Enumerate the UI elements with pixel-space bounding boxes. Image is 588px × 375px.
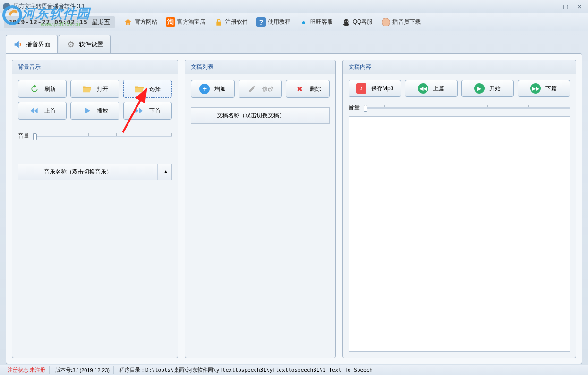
bg-volume-row: 音量 <box>18 132 172 140</box>
next-track-label: 下首 <box>149 107 161 115</box>
select-label: 选择 <box>149 85 161 93</box>
official-site-link[interactable]: 官方网站 <box>123 17 157 27</box>
save-mp3-label: 保存Mp3 <box>371 85 393 93</box>
status-reg-label: 注册状态: <box>8 366 30 374</box>
maximize-button[interactable]: ▢ <box>560 2 571 11</box>
home-icon <box>123 17 133 27</box>
wangwang-icon: ● <box>299 17 308 27</box>
app-icon <box>3 3 10 10</box>
refresh-button[interactable]: 刷新 <box>18 80 67 98</box>
panel-doc-content-title: 文稿内容 <box>343 60 576 74</box>
next-doc-button[interactable]: ▶▶ 下篇 <box>518 80 570 97</box>
prev-icon <box>29 105 40 116</box>
prev-track-label: 上首 <box>44 107 56 115</box>
taobao-link[interactable]: 淘 官方淘宝店 <box>166 17 205 27</box>
doc-list-header: 文稿名称（双击切换文稿） <box>191 107 330 124</box>
content-volume-label: 音量 <box>349 104 360 112</box>
status-path-label: 程序目录： <box>119 366 145 374</box>
folder-select-icon <box>134 84 145 94</box>
open-button[interactable]: 打开 <box>70 80 119 98</box>
svg-point-2 <box>344 20 345 21</box>
taobao-icon: 淘 <box>166 17 175 27</box>
tutorial-link[interactable]: ? 使用教程 <box>256 17 290 27</box>
start-label: 开始 <box>489 85 501 93</box>
qq-icon <box>341 17 351 27</box>
add-label: 增加 <box>214 85 226 93</box>
plus-icon: + <box>199 84 210 94</box>
prev-doc-button[interactable]: ◀◀ 上篇 <box>405 80 457 97</box>
status-reg-value: 未注册 <box>30 366 45 374</box>
tab-body: 背景音乐 刷新 打开 选择 <box>6 53 582 364</box>
svg-point-1 <box>343 23 349 26</box>
play-button[interactable]: 播放 <box>70 102 119 120</box>
taobao-label: 官方淘宝店 <box>177 18 205 26</box>
status-register: 注册状态: 未注册 <box>4 366 50 374</box>
tab-broadcast-label: 播音界面 <box>26 40 51 49</box>
pencil-icon <box>247 84 257 94</box>
delete-icon: ✖ <box>295 84 305 94</box>
play-label: 播放 <box>97 107 108 115</box>
person-icon <box>381 17 391 27</box>
next-doc-label: 下篇 <box>545 85 557 93</box>
music-list-col-name: 音乐名称（双击切换音乐） <box>37 164 158 180</box>
edit-button[interactable]: 修改 <box>239 80 282 98</box>
weekday: 星期五 <box>92 18 110 26</box>
tabs-header: 播音界面 ⚙ 软件设置 <box>6 35 582 53</box>
music-list-col-index <box>18 164 37 180</box>
start-button[interactable]: ▶ 开始 <box>461 80 514 97</box>
delete-button[interactable]: ✖ 删除 <box>286 80 330 98</box>
folder-open-icon <box>82 84 92 94</box>
qq-link[interactable]: QQ客服 <box>341 17 373 27</box>
datetime-value: 2019-12-27 09:02:15 <box>9 18 88 26</box>
prev-track-button[interactable]: 上首 <box>18 102 67 120</box>
status-version-label: 版本号: <box>55 366 72 374</box>
tab-settings[interactable]: ⚙ 软件设置 <box>59 35 111 53</box>
tutorial-label: 使用教程 <box>268 18 290 26</box>
refresh-icon <box>29 84 40 94</box>
panel-bg-music-title: 背景音乐 <box>12 60 178 74</box>
content-textarea[interactable] <box>349 116 570 352</box>
status-path-value: D:\tools\桌面\河东软件园\yftexttospeech31\yftex… <box>145 366 373 374</box>
edit-label: 修改 <box>262 85 273 93</box>
lock-icon <box>214 17 223 27</box>
datetime-box: 2019-12-27 09:02:15 星期五 <box>4 16 115 28</box>
tab-broadcast[interactable]: 播音界面 <box>6 35 58 53</box>
next-icon <box>134 105 145 116</box>
music-list-col-sort[interactable]: ▴ <box>158 164 171 180</box>
delete-label: 删除 <box>310 85 321 93</box>
doc-list-col-index <box>191 108 210 123</box>
fast-forward-icon: ▶▶ <box>530 83 541 94</box>
svg-point-3 <box>347 20 348 21</box>
status-path: 程序目录： D:\tools\桌面\河东软件园\yftexttospeech31… <box>116 366 376 374</box>
close-button[interactable]: ✕ <box>574 2 585 11</box>
status-version-value: 3.1(2019-12-23) <box>72 367 110 373</box>
toolbar: 2019-12-27 09:02:15 星期五 官方网站 淘 官方淘宝店 注册软… <box>0 13 588 31</box>
save-mp3-button[interactable]: ♪ 保存Mp3 <box>349 80 401 97</box>
tab-settings-label: 软件设置 <box>79 40 103 49</box>
wangwang-label: 旺旺客服 <box>310 18 333 26</box>
minimize-button[interactable]: — <box>545 2 557 11</box>
open-label: 打开 <box>97 85 108 93</box>
select-button[interactable]: 选择 <box>123 80 172 98</box>
next-track-button[interactable]: 下首 <box>123 102 172 120</box>
panel-doc-content: 文稿内容 ♪ 保存Mp3 ◀◀ 上篇 ▶ 开始 <box>342 60 576 358</box>
panel-bg-music: 背景音乐 刷新 打开 选择 <box>12 60 178 358</box>
music-note-icon: ♪ <box>356 83 366 94</box>
panel-doc-list-title: 文稿列表 <box>185 60 335 74</box>
qq-label: QQ客服 <box>353 18 373 26</box>
register-link[interactable]: 注册软件 <box>214 17 248 27</box>
announcer-link[interactable]: 播音员下载 <box>381 17 421 27</box>
bg-volume-slider[interactable] <box>33 133 172 140</box>
music-list-header: 音乐名称（双击切换音乐） ▴ <box>18 164 172 180</box>
add-button[interactable]: + 增加 <box>191 80 235 98</box>
content-volume-row: 音量 <box>349 104 570 112</box>
content-volume-slider[interactable] <box>364 105 570 111</box>
status-version: 版本号: 3.1(2019-12-23) <box>51 366 114 374</box>
doc-list-col-name: 文稿名称（双击切换文稿） <box>210 108 329 123</box>
wangwang-link[interactable]: ● 旺旺客服 <box>299 17 333 27</box>
announcer-label: 播音员下载 <box>392 18 421 26</box>
help-icon: ? <box>256 17 266 27</box>
play-circle-icon: ▶ <box>474 83 485 94</box>
window-title: 远方文字转语音播音软件 3.1 <box>13 2 543 10</box>
register-label: 注册软件 <box>225 18 248 26</box>
